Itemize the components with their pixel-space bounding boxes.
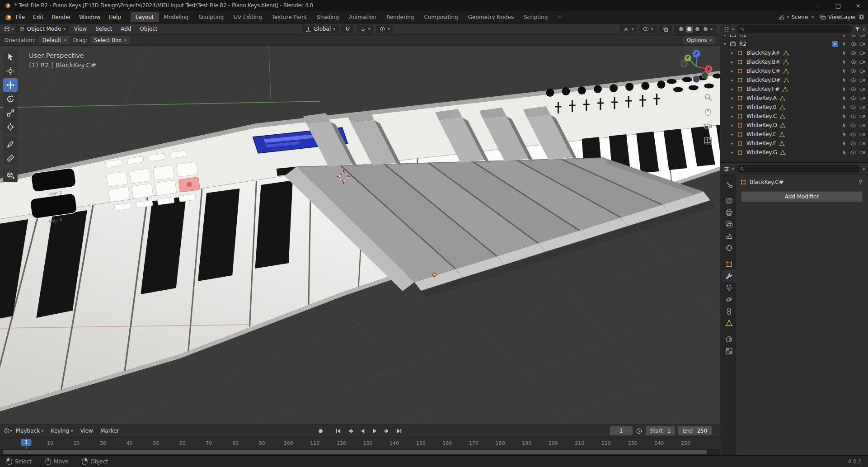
snapping-toggle[interactable] [341,25,354,33]
disable-in-render-camera-icon[interactable] [859,95,865,101]
outliner-row[interactable]: ▾ R2 ✓ [720,39,868,48]
disable-in-render-camera-icon[interactable] [859,104,865,110]
disable-in-render-camera-icon[interactable] [859,123,865,128]
tab-object-data[interactable] [722,317,736,329]
selectability-icon[interactable] [841,68,847,74]
workspace-tab[interactable]: Sculpting [193,12,229,22]
outliner-row[interactable]: ▸ WhiteKey.A [720,94,868,103]
tool-move[interactable] [3,78,18,92]
orientation-dropdown[interactable]: Default ▾ [39,36,70,44]
hide-in-viewport-eye-icon[interactable] [850,141,856,146]
tab-texture[interactable] [722,345,736,357]
workspace-tab[interactable]: Animation [344,12,381,22]
blender-menu-icon[interactable] [4,13,12,21]
axis-neg-z-ball[interactable] [693,76,699,82]
hide-in-viewport-eye-icon[interactable] [850,59,856,65]
viewport-menu[interactable]: Add [117,25,135,33]
workspace-tab[interactable]: Scripting [519,12,553,22]
tool-transform[interactable] [3,120,18,134]
outliner-row[interactable]: ▸ WhiteKey.G [720,148,868,157]
expand-arrow-icon[interactable]: ▸ [731,60,737,64]
navigation-gizmo[interactable]: Z Y X [676,47,716,86]
workspace-tab[interactable]: Modeling [159,12,194,22]
axis-neg-y-ball[interactable] [702,72,708,78]
add-modifier-button[interactable]: Add Modifier [741,191,863,202]
outliner-row[interactable]: ▸ BlackKey.D# [720,75,868,85]
properties-search[interactable] [737,165,861,173]
outliner-row[interactable]: ▸ WhiteKey.E [720,130,868,139]
shading-rendered-button[interactable] [702,26,709,33]
play[interactable] [370,426,380,435]
viewport-menu[interactable]: Select [92,25,116,33]
selectability-icon[interactable] [841,132,847,137]
current-frame-field[interactable]: 1 [610,426,633,435]
selectability-icon[interactable] [841,35,847,38]
menubar-menu[interactable]: Edit [29,13,47,22]
workspace-tab[interactable]: Layout [131,12,159,22]
hide-in-viewport-eye-icon[interactable] [850,104,856,110]
expand-arrow-icon[interactable]: ▸ [731,69,737,73]
outliner-row[interactable]: ▸ WhiteKey.F [720,139,868,148]
snapping-dropdown[interactable]: ▾ [357,25,374,33]
tab-physics[interactable] [722,293,736,305]
expand-arrow-icon[interactable]: ▾ [724,42,730,46]
expand-arrow-icon[interactable]: ▸ [731,51,737,55]
outliner-row[interactable]: ▸ BlackKey.C# [720,66,868,75]
outliner-row[interactable]: ▸ WhiteKey.D [720,121,868,130]
tab-world[interactable] [722,242,736,254]
axis-x-ball[interactable]: X [705,66,713,73]
editor-type-timeline-icon[interactable] [4,428,10,434]
expand-arrow-icon[interactable]: ▸ [731,96,737,100]
proportional-editing-dropdown[interactable]: ▾ [376,25,394,33]
disable-in-render-camera-icon[interactable] [859,141,865,146]
expand-arrow-icon[interactable]: ▸ [731,123,737,127]
hide-in-viewport-eye-icon[interactable] [850,41,856,47]
drag-dropdown[interactable]: Select Box ▾ [90,36,130,44]
axis-y-ball[interactable]: Y [685,55,691,61]
outliner-row[interactable]: ▸ BlackKey.B# [720,57,868,66]
filter-funnel-icon[interactable] [854,26,860,32]
new-view-layer-icon[interactable] [859,14,864,20]
disable-in-render-camera-icon[interactable] [859,41,865,47]
scene-selector[interactable]: ▾ Scene [779,14,815,20]
timeline-menu[interactable]: Keying ▾ [47,427,77,435]
tab-output[interactable] [722,207,736,218]
minimize-button[interactable]: – [808,0,828,11]
disable-in-render-camera-icon[interactable] [859,150,865,156]
disable-in-render-camera-icon[interactable] [859,77,865,83]
preview-range-clock-icon[interactable] [636,428,643,434]
selectability-icon[interactable] [841,41,847,47]
tab-tool[interactable] [722,179,736,190]
play-reverse[interactable] [357,426,368,435]
tab-particles[interactable] [722,282,736,293]
disable-in-render-camera-icon[interactable] [859,50,865,56]
selectability-icon[interactable] [841,123,847,128]
scene-name[interactable]: Scene [791,14,808,20]
hide-in-viewport-eye-icon[interactable] [850,150,856,156]
tool-rotate[interactable] [3,92,18,106]
menubar-menu[interactable]: File [12,13,29,22]
timeline-menu[interactable]: Playback ▾ [12,427,47,435]
mode-dropdown[interactable]: Object Mode ▾ [15,25,69,33]
expand-arrow-icon[interactable]: ▸ [731,114,737,118]
expand-arrow-icon[interactable]: ▸ [731,141,737,146]
next-keyframe[interactable] [382,426,393,435]
selectability-icon[interactable] [841,150,847,156]
tab-material[interactable] [722,333,736,345]
hide-in-viewport-eye-icon[interactable] [850,35,856,38]
editor-type-3d-viewport-icon[interactable] [4,26,10,33]
tool-select-box[interactable] [3,50,18,64]
toggle-ortho-grid-icon[interactable] [704,136,713,145]
axis-z-ball[interactable]: Z [693,50,700,58]
view-layer-selector[interactable]: ViewLayer [820,14,864,20]
disable-in-render-camera-icon[interactable] [859,68,865,74]
selectability-icon[interactable] [841,104,847,110]
expand-arrow-icon[interactable]: ▸ [731,78,737,82]
timeline-scrollbar[interactable] [0,449,720,455]
selectability-icon[interactable] [841,86,847,92]
workspace-tab[interactable]: UV Editing [229,12,267,22]
tab-render[interactable] [722,195,736,207]
workspace-tab[interactable]: Texture Paint [267,12,312,22]
axis-neg-x-ball[interactable] [681,61,687,67]
hide-in-viewport-eye-icon[interactable] [850,77,856,83]
